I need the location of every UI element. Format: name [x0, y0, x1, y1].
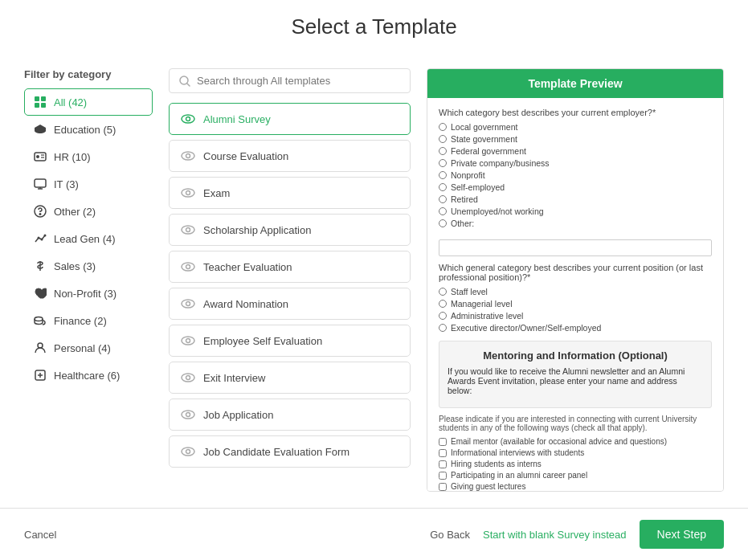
template-item-exit-interview[interactable]: Exit Interview — [169, 362, 411, 394]
svg-point-27 — [186, 154, 190, 158]
mentoring-checkbox-item[interactable]: Email mentor (available for occasional a… — [439, 437, 712, 446]
svg-point-26 — [182, 152, 194, 160]
template-item-job-app[interactable]: Job Application — [169, 399, 411, 431]
employer-radio-item[interactable]: Unemployed/not working — [439, 206, 712, 216]
sidebar-item-label: Sales (3) — [54, 260, 96, 272]
template-label: Scholarship Application — [203, 224, 311, 236]
position-radio-item[interactable]: Executive director/Owner/Self-employed — [439, 323, 712, 333]
mentoring-title: Mentoring and Information (Optional) — [448, 349, 703, 362]
person-card-icon — [33, 149, 47, 164]
svg-rect-9 — [35, 179, 46, 187]
employer-options: Local governmentState governmentFederal … — [439, 122, 712, 228]
sidebar-item-label: Finance (2) — [54, 315, 107, 327]
search-bar[interactable] — [169, 68, 411, 93]
mentoring-subtitle: If you would like to receive the Alumni … — [448, 366, 703, 395]
template-label: Job Candidate Evaluation Form — [203, 446, 349, 458]
search-input[interactable] — [197, 75, 400, 87]
svg-line-23 — [187, 84, 190, 86]
svg-point-43 — [186, 450, 190, 454]
template-item-exam[interactable]: Exam — [169, 177, 411, 209]
heart-icon — [33, 286, 47, 300]
svg-point-14 — [38, 237, 40, 239]
template-item-course-eval[interactable]: Course Evaluation — [169, 140, 411, 172]
template-label: Course Evaluation — [203, 150, 288, 162]
svg-point-30 — [182, 226, 194, 234]
employer-radio-item[interactable]: Nonprofit — [439, 170, 712, 180]
svg-point-25 — [186, 117, 190, 121]
mentoring-checkbox-item[interactable]: Giving guest lectures — [439, 482, 712, 491]
go-back-button[interactable]: Go Back — [430, 529, 470, 541]
sidebar-item-other[interactable]: Other (2) — [24, 198, 153, 225]
grid-icon — [33, 95, 47, 109]
preview-header: Template Preview — [427, 69, 723, 98]
person-icon — [33, 341, 47, 355]
employer-radio-item[interactable]: Other: — [439, 219, 712, 228]
sidebar-item-leadgen[interactable]: Lead Gen (4) — [24, 225, 153, 252]
sidebar-item-it[interactable]: IT (3) — [24, 170, 153, 198]
employer-radio-item[interactable]: Federal government — [439, 146, 712, 156]
eye-icon — [181, 333, 195, 348]
sidebar-categories: All (42) Education (5) HR (10) IT (3) Ot… — [24, 88, 153, 389]
svg-point-13 — [39, 214, 41, 215]
blank-survey-button[interactable]: Start with blank Survey instead — [483, 529, 626, 541]
sidebar-item-healthcare[interactable]: Healthcare (6) — [24, 362, 153, 389]
sidebar-item-personal[interactable]: Personal (4) — [24, 334, 153, 362]
sidebar-item-sales[interactable]: Sales (3) — [24, 252, 153, 280]
svg-point-37 — [186, 339, 190, 343]
employer-radio-item[interactable]: Private company/business — [439, 158, 712, 168]
svg-point-17 — [35, 317, 43, 321]
sidebar-item-label: Personal (4) — [54, 342, 111, 354]
employer-radio-item[interactable]: Self-employed — [439, 182, 712, 192]
question-icon — [33, 204, 47, 219]
other-text-input[interactable] — [439, 239, 712, 256]
template-label: Alumni Survey — [203, 113, 271, 125]
position-radio-item[interactable]: Administrative level — [439, 311, 712, 321]
svg-point-34 — [182, 300, 194, 308]
mentoring-checkbox-item[interactable]: Hiring students as interns — [439, 460, 712, 468]
template-item-alumni-survey[interactable]: Alumni Survey — [169, 103, 411, 135]
mentoring-checkbox-item[interactable]: Participating in an alumni career panel — [439, 471, 712, 480]
cancel-link[interactable]: Cancel — [24, 529, 56, 541]
sidebar-item-all[interactable]: All (42) — [24, 88, 153, 116]
position-radio-item[interactable]: Managerial level — [439, 299, 712, 309]
svg-rect-1 — [41, 96, 46, 101]
sidebar-item-hr[interactable]: HR (10) — [24, 143, 153, 170]
graduation-cap-icon — [33, 122, 47, 137]
employer-radio-item[interactable]: Retired — [439, 194, 712, 204]
preview-body: Which category best describes your curre… — [427, 98, 723, 491]
sidebar-header: Filter by category — [24, 68, 153, 80]
template-item-award-nom[interactable]: Award Nomination — [169, 288, 411, 320]
employer-radio-item[interactable]: State government — [439, 134, 712, 144]
medical-icon — [33, 368, 47, 382]
template-item-teacher-eval[interactable]: Teacher Evaluation — [169, 251, 411, 283]
sidebar: Filter by category All (42) Education (5… — [24, 68, 153, 492]
eye-icon — [181, 260, 195, 274]
template-label: Job Application — [203, 409, 273, 421]
template-label: Exit Interview — [203, 372, 265, 384]
mentoring-checkbox-item[interactable]: Informational interviews with students — [439, 448, 712, 457]
svg-point-36 — [182, 337, 194, 345]
sidebar-item-label: IT (3) — [54, 178, 79, 190]
svg-point-38 — [182, 374, 194, 382]
sidebar-item-label: Education (5) — [54, 124, 116, 136]
template-item-employee-self[interactable]: Employee Self Evaluation — [169, 325, 411, 357]
preview-q1: Which category best describes your curre… — [439, 108, 712, 117]
sidebar-item-nonprofit[interactable]: Non-Profit (3) — [24, 280, 153, 307]
template-label: Award Nomination — [203, 298, 288, 310]
sidebar-item-finance[interactable]: Finance (2) — [24, 307, 153, 334]
eye-icon — [181, 149, 195, 163]
svg-point-32 — [182, 263, 194, 271]
employer-radio-item[interactable]: Local government — [439, 122, 712, 132]
mentoring-options: Email mentor (available for occasional a… — [439, 437, 712, 491]
template-item-job-candidate[interactable]: Job Candidate Evaluation Form — [169, 435, 411, 468]
svg-point-16 — [44, 235, 47, 237]
next-step-button[interactable]: Next Step — [640, 520, 724, 549]
preview-panel: Template Preview Which category best des… — [427, 68, 724, 492]
sidebar-item-education[interactable]: Education (5) — [24, 116, 153, 143]
mentoring-desc: Please indicate if you are interested in… — [439, 415, 712, 432]
sidebar-item-label: HR (10) — [54, 151, 91, 163]
svg-rect-0 — [35, 96, 39, 101]
position-radio-item[interactable]: Staff level — [439, 287, 712, 296]
template-item-scholarship[interactable]: Scholarship Application — [169, 214, 411, 246]
coins-icon — [33, 313, 47, 328]
